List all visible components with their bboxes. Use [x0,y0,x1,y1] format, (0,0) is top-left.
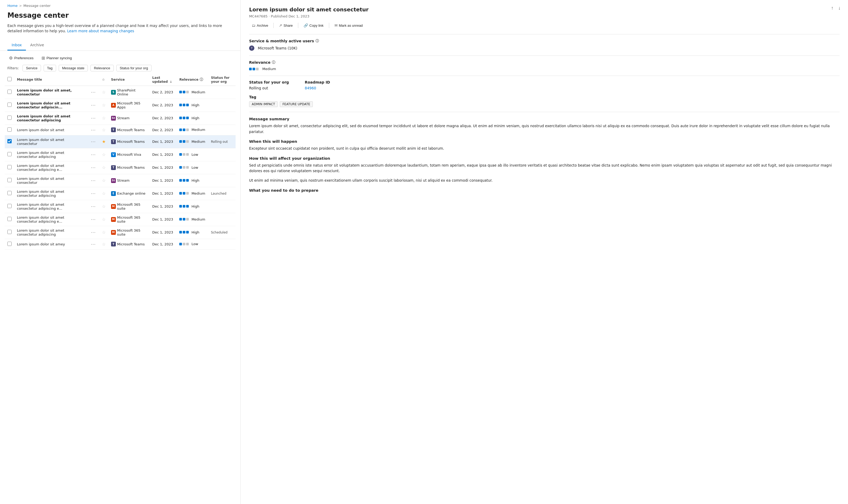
row-checkbox[interactable] [7,165,12,169]
col-header-date[interactable]: Last updated ↓ [150,73,177,86]
row-checkbox[interactable] [7,191,12,195]
message-title: Lorem ipsum dolor sit amet, consectetur [17,88,72,96]
gear-icon: ⚙ [9,56,13,60]
star-icon[interactable]: ☆ [102,217,106,222]
rel-dot [179,218,182,220]
link-icon: 🔗 [304,23,308,28]
filter-message-state[interactable]: Message state [59,65,88,71]
table-row[interactable]: Lorem ipsum dolor sit amet consectetur a… [5,112,236,125]
breadcrumb-home[interactable]: Home [7,4,17,8]
filter-status-for-org[interactable]: Status for your org [116,65,151,71]
relevance-label: High [192,103,199,107]
row-menu-icon[interactable]: ⋯ [90,203,96,210]
star-icon[interactable]: ☆ [102,90,106,95]
share-button[interactable]: ↗ Share [276,22,295,29]
row-menu-icon[interactable]: ⋯ [90,164,96,171]
roadmap-link[interactable]: 84960 [305,86,316,90]
table-row[interactable]: Lorem ipsum dolor sit amet, consectetur … [5,86,236,98]
service-icon: A [111,103,116,108]
star-icon[interactable]: ☆ [102,191,106,196]
row-checkbox[interactable] [7,139,12,143]
relevance-label: High [192,230,199,234]
nav-down-button[interactable]: ↓ [837,4,842,12]
nav-up-button[interactable]: ↑ [830,4,834,12]
row-checkbox[interactable] [7,127,12,132]
row-menu-icon[interactable]: ⋯ [90,102,96,108]
copy-link-button[interactable]: 🔗 Copy link [301,22,326,29]
star-icon[interactable]: ☆ [102,103,106,108]
table-row[interactable]: Lorem ipsum dolor sit amet consectetur ⋯… [5,174,236,187]
relevance-info-icon-detail[interactable]: ⓘ [272,60,275,65]
tab-inbox[interactable]: Inbox [7,41,26,51]
row-menu-icon[interactable]: ⋯ [90,89,96,95]
star-icon[interactable]: ☆ [102,152,106,157]
row-menu-icon[interactable]: ⋯ [90,127,96,133]
table-row[interactable]: Lorem ipsum dolor sit amet consectetur a… [5,161,236,174]
filter-service[interactable]: Service [22,65,41,71]
row-menu-icon[interactable]: ⋯ [90,115,96,121]
table-row[interactable]: Lorem ipsum dolor sit amet consectetur a… [5,148,236,161]
star-icon[interactable]: ☆ [102,230,106,235]
mark-unread-button[interactable]: ✉ Mark as unread [332,22,365,29]
when-section: When this will happen Excepteur sint occ… [249,139,840,151]
star-icon[interactable]: ☆ [102,165,106,170]
message-title: Lorem ipsum dolor sit amet consectetur a… [17,229,64,236]
message-date: Dec 1, 2023 [150,239,177,249]
copy-link-label: Copy link [309,23,323,28]
tab-archive[interactable]: Archive [26,41,48,51]
row-menu-icon[interactable]: ⋯ [90,177,96,184]
row-checkbox[interactable] [7,217,12,221]
row-checkbox[interactable] [7,152,12,156]
row-menu-icon[interactable]: ⋯ [90,190,96,197]
row-menu-icon[interactable]: ⋯ [90,241,96,248]
row-checkbox[interactable] [7,115,12,120]
sort-desc-icon: ↓ [170,80,172,84]
star-icon[interactable]: ☆ [102,178,106,183]
row-checkbox[interactable] [7,178,12,182]
table-row[interactable]: Lorem ipsum dolor sit amet consectetur a… [5,98,236,112]
status-value: Rolling out [249,86,289,90]
row-checkbox[interactable] [7,230,12,234]
row-menu-icon[interactable]: ⋯ [90,229,96,236]
row-checkbox[interactable] [7,103,12,107]
message-title: Lorem ipsum dolor sit amet [17,128,64,132]
table-row[interactable]: Lorem ipsum dolor sit amey ⋯ ☆ T Microso… [5,239,236,249]
table-row[interactable]: Lorem ipsum dolor sit amet consectetur a… [5,200,236,213]
tag-section: Tag ADMIN IMPACT FEATURE UPDATE [249,95,840,107]
row-checkbox[interactable] [7,204,12,208]
learn-more-link[interactable]: Learn more about managing changes [67,29,134,33]
relevance-info-icon[interactable]: ⓘ [200,77,203,82]
star-icon[interactable]: ☆ [102,204,106,209]
planner-syncing-button[interactable]: ⊞ Planner syncing [40,54,73,61]
summary-title: Message summary [249,117,840,121]
table-row[interactable]: Lorem ipsum dolor sit amet consectetur a… [5,213,236,226]
row-checkbox[interactable] [7,90,12,94]
star-icon[interactable]: ☆ [102,115,106,121]
table-row[interactable]: Lorem ipsum dolor sit amet ⋯ ☆ T Microso… [5,125,236,135]
row-menu-icon[interactable]: ⋯ [90,138,96,145]
share-icon: ↗ [279,23,282,28]
select-all-checkbox[interactable] [7,77,12,81]
dot-2 [253,68,255,70]
rel-dot [179,243,182,246]
relevance-dots [179,166,189,169]
row-checkbox[interactable] [7,242,12,246]
filter-relevance[interactable]: Relevance [90,65,113,71]
filter-tag[interactable]: Tag [43,65,56,71]
table-row[interactable]: Lorem ipsum dolor sit amet consectetur a… [5,226,236,239]
star-icon[interactable]: ☆ [102,242,106,247]
star-icon[interactable]: ★ [102,139,106,144]
table-row[interactable]: Lorem ipsum dolor sit amet consectetur ⋯… [5,135,236,148]
message-date: Dec 1, 2023 [150,200,177,213]
row-menu-icon[interactable]: ⋯ [90,151,96,158]
preferences-button[interactable]: ⚙ Preferences [7,54,35,61]
rel-dot [179,205,182,208]
archive-button[interactable]: 🗂 Archive [249,22,271,29]
row-menu-icon[interactable]: ⋯ [90,216,96,223]
archive-icon: 🗂 [252,23,255,28]
rel-dot [186,179,189,182]
service-icon: St [111,178,116,183]
service-info-icon[interactable]: ⓘ [315,39,319,43]
star-icon[interactable]: ☆ [102,127,106,132]
table-row[interactable]: Lorem ipsum dolor sit amet consectetur a… [5,187,236,200]
